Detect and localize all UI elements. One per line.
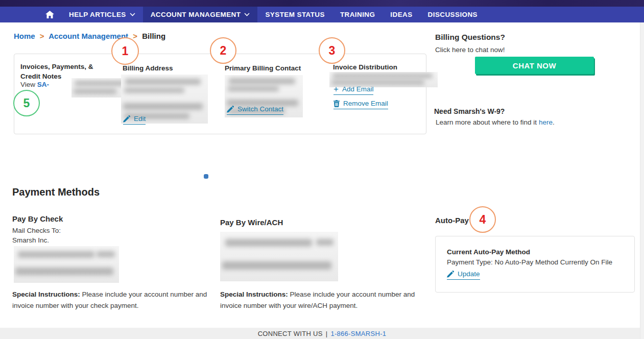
w9-here-link[interactable]: here xyxy=(539,118,553,126)
nav-item-discussions[interactable]: DISCUSSIONS xyxy=(420,7,485,22)
trash-icon xyxy=(333,100,340,107)
annotation-circle-4: 4 xyxy=(469,206,496,233)
nav-item-label: ACCOUNT MANAGEMENT xyxy=(151,11,241,18)
annotation-circle-3: 3 xyxy=(319,37,345,64)
chevron-down-icon xyxy=(130,13,135,16)
payment-methods-heading: Payment Methods xyxy=(12,186,100,198)
plus-icon: + xyxy=(333,87,339,92)
footer-connect-text: CONNECT WITH US xyxy=(258,330,323,337)
nav-item-help-articles[interactable]: HELP ARTICLES xyxy=(61,7,143,22)
breadcrumb-account-management-link[interactable]: Account Management xyxy=(49,32,128,40)
update-link-label: Update xyxy=(458,270,480,278)
remove-email-link[interactable]: Remove Email xyxy=(333,100,388,109)
nav-home-button[interactable] xyxy=(38,7,61,22)
autopay-title: Auto-Pay xyxy=(435,216,469,225)
pay-by-wire-title: Pay By Wire/ACH xyxy=(220,218,283,227)
pencil-icon xyxy=(447,271,454,278)
nav-item-label: HELP ARTICLES xyxy=(69,11,126,18)
scrollbar-track[interactable] xyxy=(640,22,644,339)
top-banner-strip xyxy=(0,0,644,7)
switch-contact-label: Switch Contact xyxy=(237,105,283,113)
redacted-check-address xyxy=(14,246,119,283)
primary-contact-title: Primary Billing Contact xyxy=(225,64,301,72)
w9-text: Learn more about where to find it here. xyxy=(436,118,555,126)
billing-page: HELP ARTICLES ACCOUNT MANAGEMENT SYSTEM … xyxy=(0,0,644,339)
pay-by-check-title: Pay By Check xyxy=(12,214,63,223)
breadcrumb-separator: > xyxy=(37,32,47,40)
annotation-circle-1: 1 xyxy=(111,37,139,65)
chevron-down-icon xyxy=(244,13,250,16)
pencil-icon xyxy=(227,106,234,113)
footer-separator: | xyxy=(323,330,331,337)
w9-text-body: Learn more about where to find it xyxy=(436,118,539,126)
invoice-sa-link[interactable]: SA- xyxy=(37,81,49,88)
main-nav: HELP ARTICLES ACCOUNT MANAGEMENT SYSTEM … xyxy=(0,7,644,22)
remove-email-label: Remove Email xyxy=(343,100,388,107)
view-prefix: View xyxy=(20,81,37,88)
nav-item-account-management[interactable]: ACCOUNT MANAGEMENT xyxy=(143,7,258,22)
check-instructions: Special Instructions: Please include you… xyxy=(12,289,212,311)
footer-phone-link[interactable]: 1-866-SMARSH-1 xyxy=(330,330,386,337)
mail-checks-to: Mail Checks To: xyxy=(12,227,61,234)
switch-contact-link[interactable]: Switch Contact xyxy=(227,105,283,115)
nav-item-label: TRAINING xyxy=(340,11,375,18)
autopay-payment-type: Payment Type: No Auto-Pay Method Current… xyxy=(447,258,612,266)
edit-billing-address-link[interactable]: Edit xyxy=(123,115,146,125)
add-email-link[interactable]: + Add Email xyxy=(333,85,373,95)
w9-period: . xyxy=(553,118,555,126)
wire-instructions-label: Special Instructions: xyxy=(220,290,288,298)
annotation-number: 5 xyxy=(23,96,30,110)
nav-item-label: DISCUSSIONS xyxy=(428,11,478,18)
billing-questions-title: Billing Questions? xyxy=(435,33,505,42)
breadcrumb: Home > Account Management > Billing xyxy=(14,32,165,40)
invoices-view-line: View SA- xyxy=(20,81,49,88)
company-name: Smarsh Inc. xyxy=(12,236,49,244)
check-instructions-label: Special Instructions: xyxy=(12,290,80,298)
wire-instructions: Special Instructions: Please include you… xyxy=(220,289,419,311)
nav-item-label: SYSTEM STATUS xyxy=(265,11,324,18)
add-email-label: Add Email xyxy=(342,85,374,93)
pencil-icon xyxy=(123,115,130,123)
annotation-number: 4 xyxy=(480,213,486,227)
annotation-number: 1 xyxy=(122,44,129,58)
nav-item-label: IDEAS xyxy=(390,11,412,18)
annotation-circle-2: 2 xyxy=(210,37,236,64)
nav-item-ideas[interactable]: IDEAS xyxy=(383,7,420,22)
update-autopay-link[interactable]: Update xyxy=(447,270,480,280)
breadcrumb-home-link[interactable]: Home xyxy=(14,32,35,40)
nav-item-training[interactable]: TRAINING xyxy=(332,7,383,22)
invoice-distribution-title: Invoice Distribution xyxy=(333,63,397,71)
breadcrumb-current-page: Billing xyxy=(142,32,165,40)
w9-title: Need Smarsh's W-9? xyxy=(434,107,505,115)
footer-bar: CONNECT WITH US | 1-866-SMARSH-1 xyxy=(0,328,644,339)
annotation-number: 2 xyxy=(220,44,227,58)
blue-dot-indicator xyxy=(204,174,208,179)
annotation-number: 3 xyxy=(329,44,336,58)
chat-now-button[interactable]: CHAT NOW xyxy=(475,57,594,74)
invoices-title: Invoices, Payments, & Credit Notes xyxy=(20,62,113,81)
nav-item-system-status[interactable]: SYSTEM STATUS xyxy=(257,7,332,22)
billing-address-title: Billing Address xyxy=(123,64,173,72)
edit-link-label: Edit xyxy=(134,115,146,123)
redacted-wire-info xyxy=(220,232,338,281)
billing-questions-subtitle: Click here to chat now! xyxy=(435,46,505,54)
annotation-circle-5: 5 xyxy=(13,90,40,116)
autopay-card-title: Current Auto-Pay Method xyxy=(447,248,530,256)
home-icon xyxy=(45,11,54,18)
